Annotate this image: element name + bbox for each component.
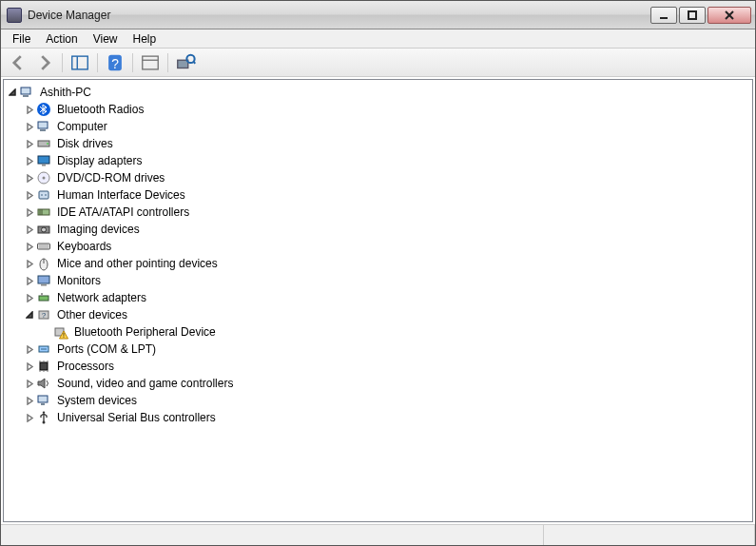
- tree-label: Mice and other pointing devices: [55, 255, 220, 272]
- status-cell: [1, 525, 544, 545]
- svg-rect-1: [688, 11, 696, 19]
- menu-view[interactable]: View: [86, 30, 126, 48]
- tree-label: System devices: [55, 392, 139, 409]
- device-category[interactable]: Monitors: [6, 272, 750, 289]
- network-icon: [36, 290, 51, 305]
- window-buttons: [650, 7, 751, 24]
- expand-icon[interactable]: [23, 120, 36, 133]
- expand-icon[interactable]: [23, 291, 36, 304]
- forward-button[interactable]: [33, 51, 56, 74]
- tree-label: Network adapters: [55, 289, 148, 306]
- close-button[interactable]: [708, 7, 751, 24]
- svg-point-19: [47, 143, 48, 145]
- expand-icon[interactable]: [23, 223, 36, 236]
- device-category[interactable]: Ashith-PC: [6, 84, 750, 101]
- expand-icon[interactable]: [23, 411, 36, 424]
- toolbar-separator: [97, 53, 98, 72]
- scan-hardware-button[interactable]: [174, 51, 197, 74]
- menu-file[interactable]: File: [5, 30, 38, 48]
- svg-text:?: ?: [111, 56, 119, 70]
- window-title: Device Manager: [28, 9, 650, 22]
- back-button[interactable]: [7, 51, 29, 74]
- collapse-icon[interactable]: [6, 86, 19, 99]
- warning-icon: !: [53, 324, 68, 340]
- collapse-icon[interactable]: [23, 308, 36, 322]
- tree-label: Disk drives: [55, 135, 115, 152]
- tree-label: Imaging devices: [55, 221, 142, 238]
- expand-icon[interactable]: [23, 342, 36, 356]
- svg-rect-16: [38, 122, 48, 128]
- menu-help[interactable]: Help: [126, 30, 165, 48]
- cd-icon: [36, 170, 51, 185]
- expand-icon[interactable]: [23, 103, 36, 116]
- svg-text:?: ?: [42, 311, 47, 320]
- svg-point-31: [42, 227, 47, 232]
- expand-icon[interactable]: [23, 257, 36, 270]
- hid-icon: [36, 187, 51, 203]
- toolbar-separator: [62, 53, 63, 72]
- device-category[interactable]: Display adapters: [6, 152, 750, 169]
- titlebar[interactable]: Device Manager: [1, 1, 755, 29]
- properties-button[interactable]: [139, 51, 162, 74]
- device-category[interactable]: IDE ATA/ATAPI controllers: [6, 204, 750, 221]
- monitor-icon: [36, 273, 51, 288]
- expand-icon[interactable]: [23, 394, 36, 407]
- help-button[interactable]: ?: [104, 51, 126, 74]
- device-category[interactable]: Keyboards: [6, 238, 750, 255]
- statusbar: [1, 524, 755, 545]
- device-category[interactable]: Imaging devices: [6, 221, 750, 238]
- expand-icon[interactable]: [23, 360, 36, 373]
- expand-icon[interactable]: [23, 240, 36, 253]
- device-category[interactable]: Network adapters: [6, 289, 750, 306]
- device-tree[interactable]: Ashith-PCBluetooth RadiosComputerDisk dr…: [3, 79, 753, 522]
- tree-label: Bluetooth Radios: [55, 101, 145, 118]
- svg-rect-40: [41, 293, 43, 296]
- device-category[interactable]: Human Interface Devices: [6, 186, 750, 204]
- device-category[interactable]: ?Other devices: [6, 306, 750, 323]
- expand-icon[interactable]: [23, 137, 36, 150]
- expand-icon[interactable]: [23, 188, 36, 202]
- expand-icon[interactable]: [23, 377, 36, 390]
- disk-icon: [36, 136, 51, 151]
- device-category[interactable]: Processors: [6, 358, 750, 375]
- device-category[interactable]: Bluetooth Radios: [6, 101, 750, 118]
- svg-rect-17: [40, 129, 46, 131]
- expand-icon[interactable]: [23, 274, 36, 287]
- expand-icon[interactable]: [23, 171, 36, 185]
- device-category[interactable]: Ports (COM & LPT): [6, 341, 750, 358]
- app-icon: [7, 8, 22, 23]
- usb-icon: [36, 410, 51, 425]
- svg-rect-37: [38, 276, 49, 283]
- device-item[interactable]: !Bluetooth Peripheral Device: [6, 323, 750, 341]
- imaging-icon: [36, 222, 51, 237]
- device-category[interactable]: Computer: [6, 118, 750, 135]
- svg-point-47: [41, 348, 43, 350]
- expand-icon[interactable]: [23, 154, 36, 167]
- menubar: File Action View Help: [1, 29, 755, 49]
- device-category[interactable]: Mice and other pointing devices: [6, 255, 750, 272]
- svg-text:!: !: [63, 332, 65, 339]
- svg-rect-14: [23, 95, 29, 97]
- svg-point-60: [43, 421, 46, 424]
- expand-icon[interactable]: [23, 205, 36, 219]
- maximize-button[interactable]: [679, 7, 706, 24]
- tree-label: Display adapters: [55, 152, 144, 169]
- svg-rect-39: [39, 296, 48, 301]
- device-category[interactable]: System devices: [6, 392, 750, 409]
- menu-action[interactable]: Action: [38, 30, 85, 48]
- device-category[interactable]: Disk drives: [6, 135, 750, 152]
- device-category[interactable]: Universal Serial Bus controllers: [6, 409, 750, 426]
- toolbar-separator: [167, 53, 168, 72]
- device-category[interactable]: DVD/CD-ROM drives: [6, 169, 750, 186]
- content-area: Ashith-PCBluetooth RadiosComputerDisk dr…: [1, 77, 755, 524]
- tree-label: Ports (COM & LPT): [55, 341, 158, 358]
- device-category[interactable]: Sound, video and game controllers: [6, 375, 750, 392]
- minimize-button[interactable]: [650, 7, 677, 24]
- svg-point-49: [45, 348, 47, 350]
- keyboard-icon: [36, 239, 51, 254]
- bluetooth-icon: [36, 102, 51, 117]
- show-hide-console-tree-button[interactable]: [68, 51, 91, 74]
- svg-point-23: [43, 177, 46, 180]
- computer-icon: [19, 85, 34, 100]
- svg-marker-57: [38, 379, 45, 388]
